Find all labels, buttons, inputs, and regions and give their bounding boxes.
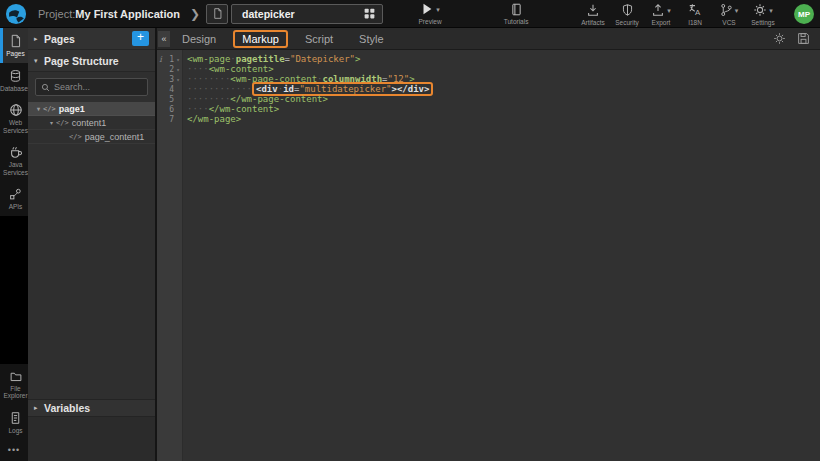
chevron-down-icon[interactable]: ▾ — [735, 7, 739, 15]
page-structure-header[interactable]: ▾ Page Structure — [28, 50, 155, 72]
tutorials-button[interactable]: Tutorials — [501, 3, 531, 25]
topbar-tools: ArtifactsSecurity▾ExportAI18N▾VCS▾Settin… — [578, 0, 778, 28]
code-line-4[interactable]: ············<div·id="multidatepicker"></… — [183, 84, 820, 94]
sidebar-item-label: Logs — [8, 427, 22, 435]
code-line-2[interactable]: ····<wm-content> — [183, 64, 820, 74]
export-button[interactable]: ▾Export — [646, 3, 676, 26]
gutter-row[interactable]: 6 — [157, 104, 182, 114]
structure-search[interactable] — [35, 78, 148, 96]
variables-section-header[interactable]: ▸ Variables — [28, 399, 155, 417]
tree-node-content1[interactable]: ▾</>content1 — [28, 116, 155, 130]
line-number: 1 — [164, 55, 174, 64]
grid-icon[interactable] — [363, 7, 376, 20]
code-line-1[interactable]: <wm-page·pagetitle="Datepicker"> — [183, 54, 820, 64]
markup-code-editor[interactable]: i1▾2▾3▾4567 <wm-page·pagetitle="Datepick… — [157, 50, 820, 461]
widget-code-icon: </> — [69, 133, 82, 141]
sidebar-item-apis[interactable]: APIs — [0, 181, 28, 216]
sidebar-item-web-services[interactable]: Web Services — [0, 97, 28, 139]
code-token: <wm-content> — [209, 64, 274, 74]
pages-section-label: Pages — [44, 33, 132, 45]
activity-bar-spacer — [0, 216, 28, 364]
chevron-down-icon[interactable]: ▾ — [667, 7, 671, 15]
expanded-triangle-icon: ▾ — [34, 57, 44, 65]
preview-label: Preview — [419, 18, 442, 25]
sidebar-item-label: APIs — [9, 203, 23, 211]
gutter-row[interactable]: 7 — [157, 114, 182, 124]
code-token: </wm-content> — [209, 104, 279, 114]
info-marker-icon: i — [157, 55, 164, 64]
code-line-5[interactable]: ········</wm-page-content> — [183, 94, 820, 104]
page-file-button[interactable] — [206, 4, 228, 24]
preview-button[interactable]: ▾ Preview — [415, 2, 445, 25]
tree-node-page1[interactable]: ▾</>page1 — [28, 102, 155, 116]
security-button[interactable]: Security — [612, 3, 642, 26]
add-page-button[interactable]: + — [132, 31, 149, 46]
tab-markup[interactable]: Markup — [233, 30, 288, 48]
vcs-button[interactable]: ▾VCS — [714, 3, 744, 26]
code-line-7[interactable]: </wm-page> — [183, 114, 820, 124]
upload-icon — [651, 3, 665, 17]
tab-design[interactable]: Design — [182, 33, 216, 45]
expanded-triangle-icon[interactable]: ▾ — [47, 119, 56, 126]
fold-arrow-icon[interactable]: ▾ — [174, 66, 182, 73]
editor-gutter: i1▾2▾3▾4567 — [157, 50, 183, 461]
chevron-down-icon[interactable]: ▾ — [769, 7, 773, 15]
code-line-6[interactable]: ····</wm-content> — [183, 104, 820, 114]
book-icon — [510, 3, 523, 16]
line-number: 5 — [164, 95, 174, 104]
user-avatar[interactable]: MP — [794, 4, 814, 24]
globe-icon — [9, 103, 23, 117]
i18n-label: I18N — [688, 19, 702, 26]
widget-code-icon: </> — [43, 105, 56, 113]
collapse-panel-button[interactable]: « — [158, 31, 170, 47]
sidebar-item-file-explorer[interactable]: File Explorer — [0, 364, 28, 405]
gutter-row[interactable]: 2▾ — [157, 64, 182, 74]
tree-node-page_content1[interactable]: </>page_content1 — [28, 130, 155, 144]
gutter-row[interactable]: 4 — [157, 84, 182, 94]
search-input[interactable] — [54, 82, 142, 92]
editor-code[interactable]: <wm-page·pagetitle="Datepicker">····<wm-… — [183, 50, 820, 461]
editor-area: « DesignMarkupScriptStyle — [157, 28, 820, 461]
line-number: 4 — [164, 85, 174, 94]
sidebar-item-java-services[interactable]: Java Services — [0, 139, 28, 181]
sidebar-item-label: Java Services — [3, 161, 28, 176]
tab-script[interactable]: Script — [305, 33, 333, 45]
settings-label: Settings — [751, 19, 775, 26]
export-label: Export — [652, 19, 671, 26]
page-structure-label: Page Structure — [44, 55, 149, 67]
sidebar-item-label: Pages — [6, 50, 24, 58]
svg-text:A: A — [695, 8, 701, 17]
more-options-button[interactable]: ••• — [0, 439, 28, 461]
sidebar-item-pages[interactable]: Pages — [0, 28, 28, 63]
editor-tab-bar: « DesignMarkupScriptStyle — [157, 28, 820, 50]
i18n-button[interactable]: AI18N — [680, 3, 710, 26]
code-token: "multidatepicker" — [299, 84, 391, 94]
wavemaker-studio: Project:My First Application ❯ datepicke… — [0, 0, 820, 461]
code-token: <wm-page — [187, 54, 230, 64]
save-icon[interactable] — [797, 32, 810, 45]
tab-style[interactable]: Style — [359, 33, 383, 45]
expanded-triangle-icon[interactable]: ▾ — [34, 105, 43, 112]
chevron-down-icon[interactable]: ▾ — [436, 6, 440, 14]
tutorials-label: Tutorials — [504, 18, 529, 25]
activity-bar: PagesDatabasesWeb ServicesJava ServicesA… — [0, 28, 28, 461]
code-whitespace: ········ — [187, 94, 230, 104]
gutter-row[interactable]: 5 — [157, 94, 182, 104]
fold-arrow-icon[interactable]: ▾ — [174, 76, 182, 83]
breadcrumb-chevron-icon: ❯ — [190, 7, 200, 21]
fold-arrow-icon[interactable]: ▾ — [174, 56, 182, 63]
gutter-row[interactable]: 3▾ — [157, 74, 182, 84]
gutter-row[interactable]: i1▾ — [157, 54, 182, 64]
code-whitespace: ········ — [187, 74, 230, 84]
artifacts-label: Artifacts — [581, 19, 604, 26]
settings-button[interactable]: ▾Settings — [748, 3, 778, 26]
editor-settings-gear-icon[interactable] — [773, 32, 786, 45]
artifacts-button[interactable]: Artifacts — [578, 3, 608, 26]
sidebar-item-databases[interactable]: Databases — [0, 63, 28, 98]
pages-section-header[interactable]: ▸ Pages + — [28, 28, 155, 50]
panel-empty-space — [28, 144, 155, 399]
sidebar-item-logs[interactable]: Logs — [0, 405, 28, 440]
open-page-tab[interactable]: datepicker — [231, 4, 383, 24]
project-breadcrumb[interactable]: Project:My First Application — [38, 8, 180, 20]
code-whitespace: ···· — [187, 64, 209, 74]
